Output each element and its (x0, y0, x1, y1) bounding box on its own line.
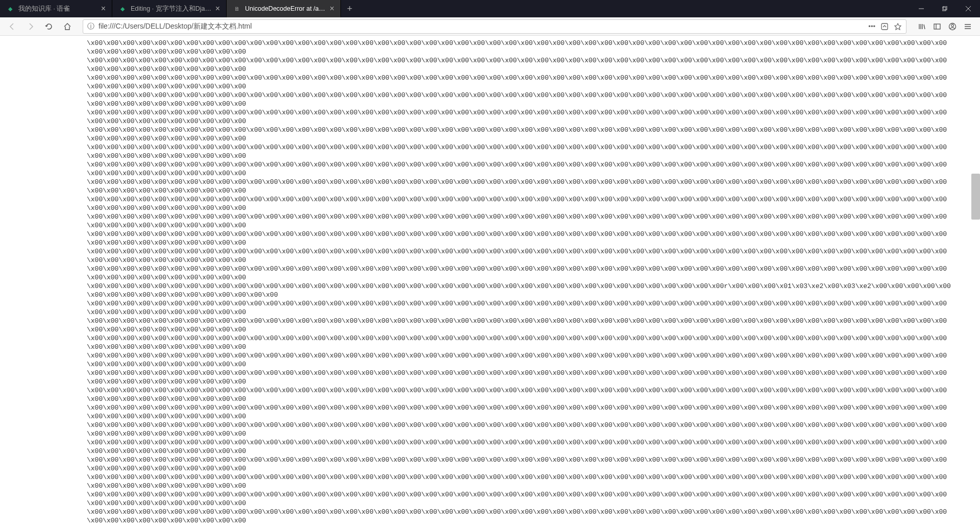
library-icon[interactable] (918, 22, 926, 31)
close-window-button[interactable] (957, 0, 980, 17)
raw-binary-dump: \x00\x00\x00\x00\x00\x00\x00\x00\x00\x00… (87, 39, 954, 526)
tab-label: 我的知识库 · 语雀 (18, 5, 98, 13)
bookmark-icon[interactable] (894, 22, 902, 31)
tab-0[interactable]: ◆ 我的知识库 · 语雀 × (0, 0, 112, 17)
svg-rect-3 (934, 24, 940, 29)
page-content[interactable]: \x00\x00\x00\x00\x00\x00\x00\x00\x00\x00… (0, 36, 980, 526)
reload-button[interactable] (42, 19, 56, 34)
window-controls (910, 0, 980, 17)
home-button[interactable] (60, 19, 75, 34)
forward-button[interactable] (23, 19, 38, 34)
address-bar[interactable]: ⓘ file:///C:/Users/DELL/Desktop/新建文本文档.h… (83, 19, 906, 34)
browser-tabs: ◆ 我的知识库 · 语雀 × ◆ Editing · 宽字节注入和Django … (0, 0, 910, 17)
toolbar-right (915, 22, 975, 31)
urlbar-actions: ••• (868, 22, 902, 31)
info-icon[interactable]: ⓘ (87, 22, 94, 31)
yuque-icon: ◆ (6, 5, 14, 13)
sidebar-icon[interactable] (933, 22, 941, 31)
svg-rect-0 (942, 7, 946, 11)
menu-icon[interactable] (964, 22, 972, 31)
new-tab-button[interactable]: + (341, 0, 358, 17)
vertical-scrollbar[interactable] (971, 174, 980, 220)
svg-rect-2 (881, 23, 888, 30)
svg-rect-1 (943, 6, 947, 10)
window-titlebar: ◆ 我的知识库 · 语雀 × ◆ Editing · 宽字节注入和Django … (0, 0, 980, 17)
browser-toolbar: ⓘ file:///C:/Users/DELL/Desktop/新建文本文档.h… (0, 17, 980, 36)
tab-label: UnicodeDecodeError at /api/ping (245, 5, 327, 12)
account-icon[interactable] (948, 22, 957, 31)
maximize-button[interactable] (933, 0, 957, 17)
page-actions-icon[interactable]: ••• (868, 22, 875, 30)
svg-point-5 (951, 24, 954, 27)
tab-label: Editing · 宽字节注入和Django (131, 5, 212, 13)
url-text: file:///C:/Users/DELL/Desktop/新建文本文档.htm… (99, 22, 864, 31)
reader-icon[interactable] (880, 22, 889, 31)
file-icon: 🗎 (233, 5, 241, 13)
tab-1[interactable]: ◆ Editing · 宽字节注入和Django × (112, 0, 227, 17)
close-icon[interactable]: × (330, 5, 334, 13)
close-icon[interactable]: × (215, 5, 220, 13)
yuque-icon: ◆ (118, 5, 127, 13)
minimize-button[interactable] (910, 0, 933, 17)
close-icon[interactable]: × (101, 5, 106, 13)
tab-2[interactable]: 🗎 UnicodeDecodeError at /api/ping × (227, 0, 341, 17)
back-button[interactable] (5, 19, 19, 34)
